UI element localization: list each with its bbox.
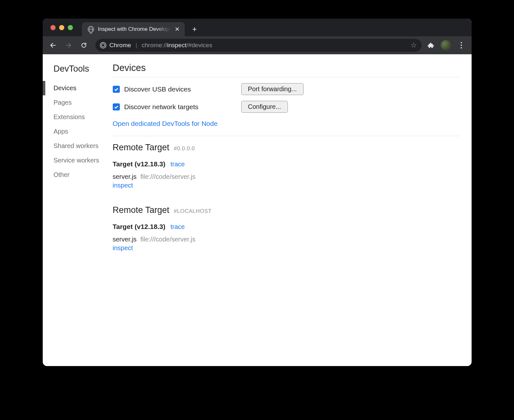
sidebar-item-shared-workers[interactable]: Shared workers xyxy=(43,139,113,153)
discover-network-checkbox[interactable] xyxy=(113,103,120,110)
remote-target-section: Remote Target #LOCALHOST Target (v12.18.… xyxy=(113,199,459,261)
remote-target-title: Remote Target xyxy=(113,143,170,153)
url-scheme: chrome:// xyxy=(142,42,167,48)
tab-title: Inspect with Chrome Developer xyxy=(98,26,171,32)
remote-target-tag: #0.0.0.0 xyxy=(174,145,195,152)
tab-strip: Inspect with Chrome Developer ✕ + xyxy=(43,19,472,36)
sidebar-item-extensions[interactable]: Extensions xyxy=(43,110,113,124)
sidebar-item-pages[interactable]: Pages xyxy=(43,95,113,110)
reload-button[interactable] xyxy=(78,39,90,51)
target-file-path: file:///code/server.js xyxy=(140,173,195,180)
port-forwarding-button[interactable]: Port forwarding... xyxy=(241,83,304,95)
remote-target-tag: #LOCALHOST xyxy=(174,208,211,214)
target-file-name: server.js xyxy=(113,173,137,180)
globe-icon xyxy=(88,26,94,32)
toolbar: Chrome | chrome://inspect/#devices ☆ xyxy=(43,36,472,54)
close-window-button[interactable] xyxy=(50,25,56,30)
target-name: Target (v12.18.3) xyxy=(113,223,165,231)
chrome-icon xyxy=(100,42,106,48)
omnibox-divider: | xyxy=(136,42,137,49)
forward-button[interactable] xyxy=(63,39,74,51)
inspect-link[interactable]: inspect xyxy=(113,244,133,252)
main-panel: Devices Discover USB devices Port forwar… xyxy=(113,54,472,366)
target-file-name: server.js xyxy=(113,236,137,243)
target-file-path: file:///code/server.js xyxy=(140,236,195,243)
bookmark-icon[interactable]: ☆ xyxy=(411,41,417,49)
sidebar-item-other[interactable]: Other xyxy=(43,168,113,182)
sidebar: DevTools DevicesPagesExtensionsAppsShare… xyxy=(43,54,113,366)
sidebar-item-devices[interactable]: Devices xyxy=(43,81,113,95)
open-node-devtools-link[interactable]: Open dedicated DevTools for Node xyxy=(113,120,218,127)
window-controls xyxy=(50,25,73,30)
omnibox-prefix: Chrome xyxy=(110,42,131,49)
discover-network-label: Discover network targets xyxy=(124,103,199,111)
browser-tab[interactable]: Inspect with Chrome Developer ✕ xyxy=(82,22,185,36)
inspect-link[interactable]: inspect xyxy=(113,182,133,189)
sidebar-item-apps[interactable]: Apps xyxy=(43,124,113,139)
maximize-window-button[interactable] xyxy=(68,25,73,30)
extensions-icon[interactable] xyxy=(425,40,436,50)
close-tab-icon[interactable]: ✕ xyxy=(175,26,180,32)
back-button[interactable] xyxy=(47,39,59,51)
profile-avatar[interactable] xyxy=(441,40,451,50)
kebab-menu-icon[interactable] xyxy=(457,42,465,48)
remote-target-title: Remote Target xyxy=(113,205,170,215)
url-host: inspect xyxy=(167,42,186,48)
trace-link[interactable]: trace xyxy=(171,223,185,231)
content-area: DevTools DevicesPagesExtensionsAppsShare… xyxy=(43,54,472,366)
configure-button[interactable]: Configure... xyxy=(241,101,288,113)
discover-section: Discover USB devices Port forwarding... … xyxy=(113,77,459,136)
new-tab-button[interactable]: + xyxy=(192,25,197,34)
omnibox-url: chrome://inspect/#devices xyxy=(142,42,212,49)
target-name: Target (v12.18.3) xyxy=(113,160,165,168)
discover-usb-label: Discover USB devices xyxy=(124,85,191,93)
remote-target-section: Remote Target #0.0.0.0 Target (v12.18.3)… xyxy=(113,136,459,199)
sidebar-title: DevTools xyxy=(43,64,113,81)
browser-window: Inspect with Chrome Developer ✕ + Chrome… xyxy=(43,19,472,366)
page-title: Devices xyxy=(113,63,459,73)
sidebar-item-service-workers[interactable]: Service workers xyxy=(43,153,113,168)
url-path: /#devices xyxy=(186,42,212,48)
address-bar[interactable]: Chrome | chrome://inspect/#devices ☆ xyxy=(95,39,421,52)
minimize-window-button[interactable] xyxy=(59,25,64,30)
trace-link[interactable]: trace xyxy=(171,161,185,168)
discover-usb-checkbox[interactable] xyxy=(113,86,120,93)
